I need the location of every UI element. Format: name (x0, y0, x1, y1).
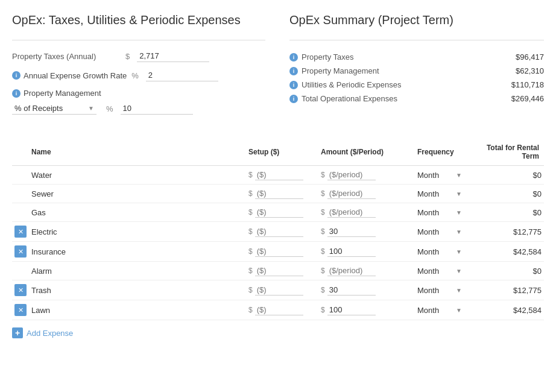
freq-select-electric[interactable]: MonthYearOne-Time (417, 227, 461, 236)
setup-input-lawn[interactable] (255, 305, 303, 315)
summary-label-0: Property Taxes (302, 52, 353, 62)
row-freq-lawn[interactable]: MonthYearOne-Time▼ (417, 300, 484, 320)
freq-wrapper-electric[interactable]: MonthYearOne-Time▼ (417, 227, 462, 236)
freq-select-insurance[interactable]: MonthYearOne-Time (417, 247, 461, 256)
row-total-sewer: $0 (484, 185, 544, 203)
total-value-insurance: $42,584 (513, 247, 542, 256)
setup-input-trash[interactable] (255, 285, 303, 296)
property-mgmt-info-icon: i (12, 89, 21, 98)
col-name-header: Name (31, 140, 248, 166)
amount-input-trash[interactable] (327, 285, 376, 296)
setup-input-water[interactable] (255, 169, 303, 180)
summary-value-2: $110,718 (511, 80, 544, 89)
freq-select-alarm[interactable]: MonthYearOne-Time (417, 267, 461, 276)
table-row: Water$$MonthYearOne-Time▼$0 (12, 166, 544, 185)
freq-select-lawn[interactable]: MonthYearOne-Time (417, 306, 461, 315)
summary-label-1: Property Management (302, 66, 379, 75)
property-taxes-input[interactable] (137, 50, 209, 62)
freq-wrapper-water[interactable]: MonthYearOne-Time▼ (417, 171, 462, 180)
row-icon-lawn[interactable]: ✕ (12, 300, 31, 320)
delete-icon-insurance[interactable]: ✕ (14, 245, 27, 258)
row-icon-sewer (12, 185, 31, 203)
amount-unit-sewer: $ (321, 189, 325, 198)
setup-unit-lawn: $ (248, 306, 253, 314)
table-row: Sewer$$MonthYearOne-Time▼$0 (12, 185, 544, 203)
table-row: ✕Trash$$MonthYearOne-Time▼$12,775 (12, 280, 544, 300)
row-freq-water[interactable]: MonthYearOne-Time▼ (417, 166, 484, 185)
summary-row-1: i Property Management $62,310 (289, 64, 544, 78)
row-freq-gas[interactable]: MonthYearOne-Time▼ (417, 203, 484, 222)
summary-value-0: $96,417 (516, 52, 544, 62)
row-freq-alarm[interactable]: MonthYearOne-Time▼ (417, 262, 484, 280)
row-freq-sewer[interactable]: MonthYearOne-Time▼ (417, 185, 484, 203)
row-name-water: Water (31, 166, 248, 185)
freq-wrapper-lawn[interactable]: MonthYearOne-Time▼ (417, 306, 462, 315)
row-total-electric: $12,775 (484, 222, 544, 242)
row-name-insurance: Insurance (31, 242, 248, 262)
total-value-lawn: $42,584 (513, 306, 542, 315)
setup-input-insurance[interactable] (255, 246, 303, 257)
row-total-water: $0 (484, 166, 544, 185)
freq-chevron-icon-sewer: ▼ (456, 191, 462, 197)
freq-select-gas[interactable]: MonthYearOne-Time (417, 208, 461, 217)
table-row: Gas$$MonthYearOne-Time▼$0 (12, 203, 544, 222)
property-taxes-unit: $ (125, 52, 130, 61)
row-freq-insurance[interactable]: MonthYearOne-Time▼ (417, 242, 484, 262)
amount-input-alarm[interactable] (327, 265, 376, 276)
summary-row-2: i Utilities & Periodic Expenses $110,718 (289, 78, 544, 92)
freq-select-trash[interactable]: MonthYearOne-Time (417, 286, 461, 295)
amount-unit-trash: $ (321, 286, 325, 294)
setup-unit-electric: $ (248, 227, 253, 236)
freq-wrapper-trash[interactable]: MonthYearOne-Time▼ (417, 286, 462, 295)
freq-wrapper-alarm[interactable]: MonthYearOne-Time▼ (417, 267, 462, 276)
row-setup-electric: $ (248, 222, 321, 242)
property-taxes-label: Property Taxes (Annual) (12, 52, 121, 61)
receipts-unit: % (106, 104, 113, 113)
row-freq-electric[interactable]: MonthYearOne-Time▼ (417, 222, 484, 242)
row-total-alarm: $0 (484, 262, 544, 280)
row-icon-insurance[interactable]: ✕ (12, 242, 31, 262)
total-value-gas: $0 (533, 208, 542, 217)
freq-chevron-icon-gas: ▼ (456, 209, 462, 216)
freq-chevron-icon-lawn: ▼ (456, 307, 462, 314)
delete-icon-trash[interactable]: ✕ (14, 284, 27, 296)
amount-input-insurance[interactable] (327, 246, 376, 257)
amount-input-water[interactable] (327, 169, 376, 180)
row-icon-electric[interactable]: ✕ (12, 222, 31, 242)
receipts-input[interactable] (121, 103, 193, 115)
amount-input-lawn[interactable] (327, 305, 376, 315)
row-amount-electric: $ (321, 222, 417, 242)
amount-input-gas[interactable] (327, 207, 376, 218)
left-panel-title: OpEx: Taxes, Utilities & Periodic Expens… (12, 12, 265, 28)
setup-unit-trash: $ (248, 286, 253, 294)
freq-select-sewer[interactable]: MonthYearOne-Time (417, 189, 461, 198)
freq-wrapper-sewer[interactable]: MonthYearOne-Time▼ (417, 189, 462, 198)
freq-select-water[interactable]: MonthYearOne-Time (417, 171, 461, 180)
freq-chevron-icon-electric: ▼ (456, 229, 462, 235)
amount-unit-gas: $ (321, 208, 325, 217)
setup-input-sewer[interactable] (255, 188, 303, 199)
setup-unit-sewer: $ (248, 189, 253, 198)
amount-input-electric[interactable] (327, 226, 376, 237)
summary-info-icon-2: i (289, 81, 298, 89)
setup-input-gas[interactable] (255, 207, 303, 218)
row-amount-water: $ (321, 166, 417, 185)
row-amount-gas: $ (321, 203, 417, 222)
property-mgmt-label-row: i Property Management (12, 89, 265, 98)
freq-wrapper-gas[interactable]: MonthYearOne-Time▼ (417, 208, 462, 217)
row-icon-trash[interactable]: ✕ (12, 280, 31, 300)
annual-growth-row: i Annual Expense Growth Rate % (12, 69, 265, 81)
delete-icon-electric[interactable]: ✕ (14, 226, 27, 238)
amount-unit-insurance: $ (321, 247, 325, 256)
setup-input-alarm[interactable] (255, 265, 303, 276)
row-freq-trash[interactable]: MonthYearOne-Time▼ (417, 280, 484, 300)
receipts-dropdown[interactable]: % of Receipts Fixed Amount ▼ (12, 103, 96, 115)
add-expense-button[interactable]: + Add Expense (12, 327, 73, 338)
receipts-select[interactable]: % of Receipts Fixed Amount (12, 103, 96, 114)
delete-icon-lawn[interactable]: ✕ (14, 304, 27, 316)
annual-growth-input[interactable] (146, 69, 218, 81)
amount-input-sewer[interactable] (327, 188, 376, 199)
row-icon-gas (12, 203, 31, 222)
setup-input-electric[interactable] (255, 226, 303, 237)
freq-wrapper-insurance[interactable]: MonthYearOne-Time▼ (417, 247, 462, 256)
